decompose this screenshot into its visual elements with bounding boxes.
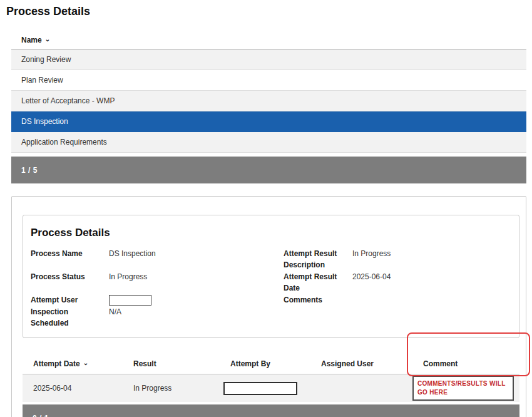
assigned-user-column-header: Assigned User	[310, 359, 412, 368]
attempt-by-cell	[220, 382, 310, 395]
process-name-value: DS Inspection	[109, 248, 284, 259]
pagination-label: 1 / 5	[21, 166, 38, 175]
page-title: Process Details	[0, 0, 532, 18]
process-row-plan-review[interactable]: Plan Review	[11, 70, 526, 91]
process-status-value: In Progress	[109, 271, 284, 282]
inspection-scheduled-value: N/A	[109, 306, 284, 317]
attempt-by-column-label: Attempt By	[230, 359, 270, 368]
process-row-label: DS Inspection	[21, 117, 68, 126]
attempt-user-input[interactable]	[109, 295, 151, 306]
attempt-user-label: Attempt User	[31, 294, 109, 306]
comment-text: COMMENTS/RESULTS WILL GO HERE	[417, 380, 505, 396]
attempt-date-cell: 2025-06-04	[23, 384, 123, 393]
process-list: Name ⌄ Zoning Review Plan Review Letter …	[11, 31, 526, 183]
attempt-user-field-cell	[109, 294, 284, 306]
attempt-date-column-header[interactable]: Attempt Date ⌄	[23, 359, 123, 368]
fields-grid: Process Name DS Inspection Attempt Resul…	[31, 248, 511, 329]
process-name-label: Process Name	[31, 248, 109, 259]
process-row-label: Zoning Review	[21, 55, 71, 64]
comments-label: Comments	[284, 294, 352, 306]
process-status-label: Process Status	[31, 271, 109, 282]
comment-column-label: Comment	[423, 359, 458, 368]
process-details-page: Process Details Name ⌄ Zoning Review Pla…	[0, 0, 532, 417]
attempts-header-row: Attempt Date ⌄ Result Attempt By Assigne…	[23, 356, 519, 374]
result-cell: In Progress	[123, 384, 220, 393]
process-row-label: Letter of Acceptance - WMP	[21, 96, 115, 105]
comment-box: COMMENTS/RESULTS WILL GO HERE	[412, 376, 514, 401]
process-details-panel: Process Details Process Name DS Inspecti…	[11, 196, 526, 417]
attempt-result-description-value: In Progress	[352, 248, 511, 259]
chevron-down-icon: ⌄	[83, 360, 88, 366]
attempts-pagination[interactable]: 0 / 1	[23, 404, 519, 417]
process-row-ds-inspection[interactable]: DS Inspection	[11, 111, 526, 132]
process-row-zoning-review[interactable]: Zoning Review	[11, 49, 526, 70]
attempt-result-date-label: Attempt Result Date	[284, 271, 352, 294]
attempt-by-input[interactable]	[223, 382, 297, 395]
attempt-result-date-value: 2025-06-04	[352, 271, 511, 282]
attempt-date-column-label: Attempt Date	[33, 359, 80, 368]
assigned-user-column-label: Assigned User	[321, 359, 374, 368]
chevron-down-icon: ⌄	[45, 36, 50, 43]
process-list-pagination[interactable]: 1 / 5	[11, 157, 526, 183]
result-column-label: Result	[133, 359, 156, 368]
inspection-scheduled-label: Inspection Scheduled	[31, 306, 109, 329]
process-row-label: Plan Review	[21, 76, 63, 85]
process-row-letter-of-acceptance-wmp[interactable]: Letter of Acceptance - WMP	[11, 91, 526, 111]
pagination-label: 0 / 1	[33, 414, 49, 417]
comment-cell: COMMENTS/RESULTS WILL GO HERE	[412, 376, 519, 401]
attempt-by-column-header: Attempt By	[220, 359, 310, 368]
attempts-table: Attempt Date ⌄ Result Attempt By Assigne…	[23, 356, 519, 417]
name-column-header[interactable]: Name ⌄	[21, 36, 50, 44]
process-row-label: Application Requirements	[21, 138, 107, 147]
process-list-header-row: Name ⌄	[11, 31, 526, 49]
result-column-header: Result	[123, 359, 220, 368]
attempt-result-description-label: Attempt Result Description	[284, 248, 352, 270]
card-title: Process Details	[31, 227, 511, 239]
process-row-application-requirements[interactable]: Application Requirements	[11, 132, 526, 153]
process-details-card: Process Details Process Name DS Inspecti…	[23, 215, 519, 338]
comment-column-header: Comment	[412, 359, 519, 368]
attempt-row: 2025-06-04 In Progress COMMENTS/RESULTS …	[23, 374, 519, 402]
name-column-label: Name	[21, 36, 42, 44]
